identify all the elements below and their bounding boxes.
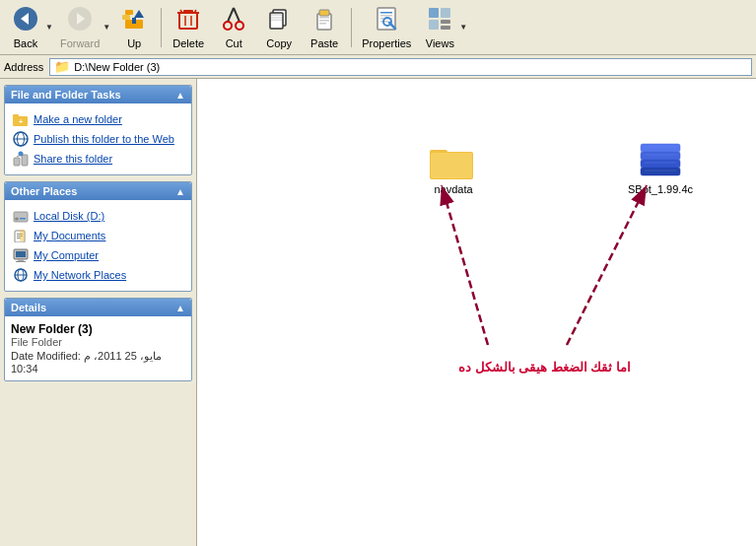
svg-point-19 [236, 22, 243, 30]
places-content: Local Disk (D:) My Documents [5, 200, 191, 291]
back-label: Back [14, 37, 37, 49]
svg-rect-9 [179, 13, 197, 29]
up-label: Up [127, 37, 141, 49]
svg-rect-60 [16, 251, 26, 257]
navdata-label: navdata [434, 183, 472, 195]
make-folder-icon: + [13, 111, 29, 127]
views-button[interactable]: Views [418, 3, 461, 52]
my-documents-item[interactable]: My Documents [9, 226, 187, 245]
sbot-icon [637, 142, 684, 181]
details-section: Details ▲ New Folder (3) File Folder Dat… [4, 298, 192, 381]
my-computer-icon [13, 247, 29, 263]
copy-button[interactable]: Copy [257, 3, 301, 52]
paste-label: Paste [310, 37, 338, 49]
svg-line-79 [442, 185, 488, 345]
properties-label: Properties [362, 37, 411, 49]
svg-line-80 [567, 185, 647, 345]
my-network-icon [13, 267, 29, 283]
svg-rect-29 [319, 23, 326, 25]
svg-rect-51 [14, 212, 28, 222]
my-documents-icon [13, 228, 29, 243]
cut-icon [223, 6, 244, 35]
up-button[interactable]: Up [112, 3, 156, 52]
sbot-file[interactable]: SBot_1.99.4c [621, 138, 700, 199]
forward-icon [67, 6, 93, 35]
paste-button[interactable]: Paste [303, 3, 346, 52]
local-disk-item[interactable]: Local Disk (D:) [9, 206, 187, 226]
cut-button[interactable]: Cut [212, 3, 255, 52]
main-area: File and Folder Tasks ▲ + Make a new fol… [0, 79, 756, 546]
places-collapse-icon: ▲ [175, 186, 185, 197]
back-dropdown-arrow[interactable]: ▼ [45, 23, 53, 32]
properties-icon [375, 6, 398, 35]
forward-label: Forward [60, 37, 100, 49]
places-header[interactable]: Other Places ▲ [5, 182, 191, 200]
svg-rect-62 [16, 261, 26, 262]
svg-rect-28 [319, 20, 329, 22]
publish-label: Publish this folder to the Web [34, 133, 174, 145]
my-network-item[interactable]: My Network Places [9, 265, 187, 285]
share-item[interactable]: Share this folder [9, 149, 187, 169]
my-computer-label: My Computer [34, 249, 99, 261]
places-header-label: Other Places [11, 185, 77, 197]
date-modified-label: Date Modified: [11, 350, 81, 362]
toolbar: Back ▼ Forward ▼ Up [0, 0, 756, 55]
my-network-label: My Network Places [34, 269, 126, 281]
local-disk-icon [13, 208, 29, 224]
properties-button[interactable]: Properties [357, 3, 416, 52]
publish-icon [13, 131, 29, 147]
local-disk-label: Local Disk (D:) [34, 210, 104, 222]
paste-icon [311, 6, 337, 35]
svg-rect-23 [271, 17, 282, 19]
make-folder-label: Make a new folder [34, 113, 122, 125]
svg-rect-31 [380, 12, 392, 14]
svg-line-16 [228, 8, 234, 22]
svg-text:+: + [19, 117, 24, 126]
separator-2 [351, 8, 352, 47]
svg-rect-22 [271, 14, 282, 16]
delete-icon [176, 6, 200, 35]
views-label: Views [426, 37, 454, 49]
svg-rect-70 [641, 160, 680, 168]
forward-button[interactable]: Forward [55, 3, 104, 52]
tasks-collapse-icon: ▲ [175, 90, 185, 101]
svg-rect-32 [380, 15, 392, 17]
navdata-folder[interactable]: navdata [414, 138, 493, 199]
cut-label: Cut [226, 37, 242, 49]
sbot-label: SBot_1.99.4c [628, 183, 693, 195]
delete-button[interactable]: Delete [167, 3, 210, 52]
svg-rect-47 [14, 158, 20, 166]
svg-marker-7 [134, 10, 144, 18]
copy-icon [267, 6, 291, 35]
my-computer-item[interactable]: My Computer [9, 245, 187, 265]
navdata-folder-icon [430, 142, 477, 181]
svg-rect-61 [18, 259, 24, 261]
tasks-header[interactable]: File and Folder Tasks ▲ [5, 86, 191, 103]
tasks-section: File and Folder Tasks ▲ + Make a new fol… [4, 85, 192, 175]
publish-item[interactable]: Publish this folder to the Web [9, 129, 187, 149]
views-icon [427, 6, 452, 35]
svg-rect-72 [641, 144, 680, 152]
svg-rect-40 [441, 26, 450, 30]
svg-rect-26 [319, 10, 329, 16]
details-date-modified: Date Modified: مايو، 25 2011، م 10:34 [11, 350, 185, 375]
svg-rect-38 [429, 20, 439, 30]
content-area[interactable]: navdata SBot_1.99.4c [197, 79, 756, 546]
views-dropdown-arrow[interactable]: ▼ [459, 23, 467, 32]
addressbar-label: Address [4, 61, 43, 73]
details-header-label: Details [11, 302, 46, 313]
make-folder-item[interactable]: + Make a new folder [9, 109, 187, 129]
places-section: Other Places ▲ Local Disk (D:) [4, 181, 192, 292]
details-header[interactable]: Details ▲ [5, 299, 191, 316]
svg-line-17 [234, 8, 240, 22]
svg-point-18 [224, 22, 232, 30]
svg-rect-48 [22, 155, 28, 166]
details-folder-name: New Folder (3) [11, 322, 185, 336]
svg-rect-68 [431, 153, 472, 178]
details-collapse-icon: ▲ [175, 303, 185, 313]
left-panel: File and Folder Tasks ▲ + Make a new fol… [0, 79, 197, 546]
share-icon [13, 151, 29, 167]
annotation-text: اما ثقك الضغط هيقى بالشكل ده [458, 360, 631, 375]
back-button[interactable]: Back [4, 3, 47, 52]
addressbar-path[interactable]: 📁 D:\New Folder (3) [49, 58, 752, 76]
